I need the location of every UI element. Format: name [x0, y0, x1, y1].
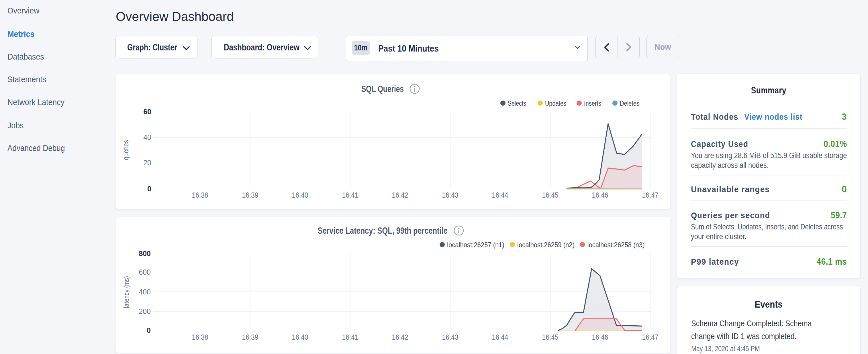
- svg-text:16:40: 16:40: [292, 191, 308, 199]
- svg-text:200: 200: [139, 307, 151, 315]
- svg-text:400: 400: [139, 288, 151, 296]
- svg-text:localhost:26259 (n2): localhost:26259 (n2): [517, 241, 575, 249]
- svg-text:16:42: 16:42: [392, 191, 408, 199]
- svg-text:0: 0: [147, 326, 151, 334]
- svg-text:latency (ms): latency (ms): [122, 276, 130, 308]
- svg-text:16:43: 16:43: [442, 191, 459, 199]
- svg-text:queries: queries: [122, 140, 130, 160]
- svg-text:16:46: 16:46: [592, 333, 608, 341]
- svg-text:Deletes: Deletes: [620, 99, 639, 107]
- svg-text:16:41: 16:41: [342, 333, 359, 341]
- svg-text:localhost:26258 (n3): localhost:26258 (n3): [587, 241, 645, 249]
- svg-text:60: 60: [143, 108, 151, 116]
- svg-text:16:42: 16:42: [392, 333, 408, 341]
- svg-text:16:40: 16:40: [292, 333, 308, 341]
- svg-text:800: 800: [139, 250, 151, 257]
- svg-text:600: 600: [139, 268, 151, 276]
- svg-text:Service Latency: SQL, 99th per: Service Latency: SQL, 99th percentile: [318, 225, 447, 236]
- svg-text:localhost:26257 (n1): localhost:26257 (n1): [447, 241, 504, 249]
- svg-text:16:44: 16:44: [492, 191, 508, 199]
- svg-text:0: 0: [147, 185, 151, 193]
- svg-text:16:38: 16:38: [192, 333, 208, 341]
- svg-text:Updates: Updates: [545, 99, 566, 107]
- svg-text:16:39: 16:39: [242, 333, 258, 341]
- svg-text:16:39: 16:39: [242, 191, 258, 199]
- svg-text:16:45: 16:45: [542, 191, 559, 199]
- svg-text:16:43: 16:43: [442, 333, 459, 341]
- svg-text:Inserts: Inserts: [584, 99, 601, 107]
- svg-text:16:41: 16:41: [342, 191, 359, 199]
- svg-text:20: 20: [143, 159, 151, 167]
- svg-text:16:44: 16:44: [492, 333, 508, 341]
- svg-text:40: 40: [143, 133, 151, 141]
- svg-text:16:38: 16:38: [192, 191, 208, 199]
- svg-text:16:45: 16:45: [542, 333, 559, 341]
- svg-text:16:47: 16:47: [642, 333, 658, 341]
- svg-text:16:46: 16:46: [592, 191, 608, 199]
- svg-text:16:47: 16:47: [642, 191, 658, 199]
- svg-text:SQL Queries: SQL Queries: [361, 84, 404, 94]
- svg-text:Selects: Selects: [508, 99, 526, 107]
